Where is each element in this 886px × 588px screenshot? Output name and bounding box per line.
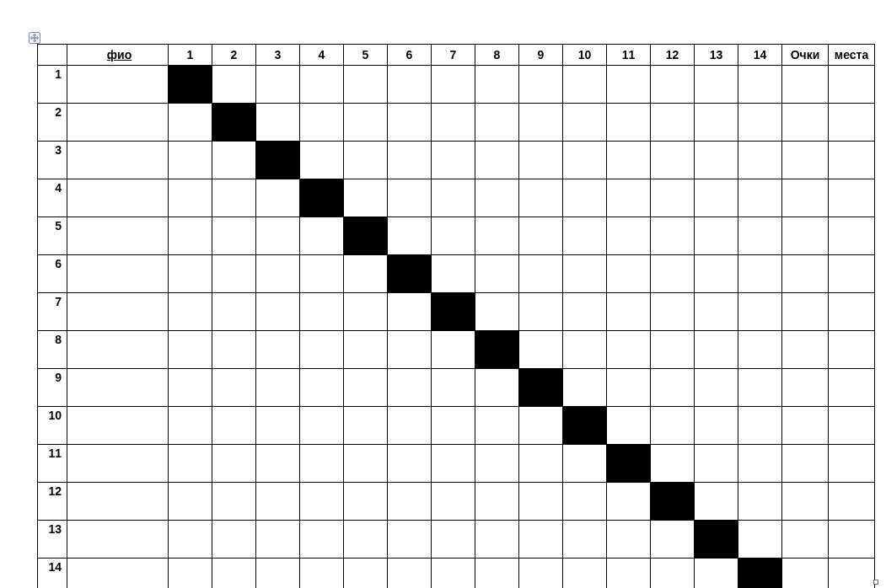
score-cell[interactable] — [344, 142, 388, 179]
score-cell[interactable] — [256, 255, 300, 293]
score-cell[interactable] — [388, 521, 432, 559]
score-cell[interactable] — [563, 142, 607, 179]
score-cell[interactable] — [651, 369, 695, 407]
score-cell[interactable] — [169, 179, 212, 217]
score-cell[interactable] — [695, 179, 738, 217]
score-cell[interactable] — [607, 483, 651, 521]
score-cell[interactable] — [256, 104, 300, 142]
name-cell[interactable] — [67, 369, 169, 407]
score-cell[interactable] — [256, 521, 300, 559]
score-cell[interactable] — [651, 104, 695, 142]
score-cell[interactable] — [651, 445, 695, 483]
name-cell[interactable] — [67, 559, 169, 589]
score-cell[interactable] — [738, 293, 782, 331]
score-cell[interactable] — [738, 521, 782, 559]
score-cell[interactable] — [169, 331, 212, 369]
score-cell[interactable] — [432, 559, 475, 589]
score-cell[interactable] — [651, 331, 695, 369]
score-cell[interactable] — [738, 445, 782, 483]
score-cell[interactable] — [475, 104, 519, 142]
score-cell[interactable] — [563, 217, 607, 255]
score-cell[interactable] — [738, 104, 782, 142]
score-cell[interactable] — [344, 331, 388, 369]
score-cell[interactable] — [388, 142, 432, 179]
score-cell[interactable] — [695, 255, 738, 293]
score-cell[interactable] — [563, 445, 607, 483]
score-cell[interactable] — [695, 217, 738, 255]
score-cell[interactable] — [607, 142, 651, 179]
score-cell[interactable] — [651, 559, 695, 589]
score-cell[interactable] — [388, 331, 432, 369]
score-cell[interactable] — [300, 255, 344, 293]
score-cell[interactable] — [738, 66, 782, 104]
score-cell[interactable] — [169, 407, 212, 445]
name-cell[interactable] — [67, 179, 169, 217]
score-cell[interactable] — [212, 293, 256, 331]
name-cell[interactable] — [67, 407, 169, 445]
table-anchor-icon[interactable] — [29, 32, 40, 44]
score-cell[interactable] — [607, 369, 651, 407]
score-cell[interactable] — [212, 407, 256, 445]
score-cell[interactable] — [475, 407, 519, 445]
score-cell[interactable] — [607, 104, 651, 142]
score-cell[interactable] — [475, 293, 519, 331]
score-cell[interactable] — [432, 521, 475, 559]
place-cell[interactable] — [829, 445, 875, 483]
score-cell[interactable] — [169, 483, 212, 521]
points-cell[interactable] — [782, 445, 829, 483]
score-cell[interactable] — [344, 255, 388, 293]
score-cell[interactable] — [607, 179, 651, 217]
score-cell[interactable] — [169, 521, 212, 559]
place-cell[interactable] — [829, 217, 875, 255]
score-cell[interactable] — [388, 483, 432, 521]
score-cell[interactable] — [388, 559, 432, 589]
score-cell[interactable] — [695, 559, 738, 589]
score-cell[interactable] — [300, 66, 344, 104]
score-cell[interactable] — [738, 179, 782, 217]
score-cell[interactable] — [519, 255, 563, 293]
score-cell[interactable] — [651, 142, 695, 179]
score-cell[interactable] — [344, 293, 388, 331]
score-cell[interactable] — [169, 445, 212, 483]
score-cell[interactable] — [651, 521, 695, 559]
score-cell[interactable] — [169, 293, 212, 331]
score-cell[interactable] — [432, 179, 475, 217]
place-cell[interactable] — [829, 331, 875, 369]
score-cell[interactable] — [212, 369, 256, 407]
score-cell[interactable] — [212, 217, 256, 255]
score-cell[interactable] — [388, 217, 432, 255]
score-cell[interactable] — [475, 521, 519, 559]
score-cell[interactable] — [738, 331, 782, 369]
score-cell[interactable] — [300, 407, 344, 445]
score-cell[interactable] — [344, 521, 388, 559]
score-cell[interactable] — [519, 331, 563, 369]
name-cell[interactable] — [67, 293, 169, 331]
score-cell[interactable] — [475, 217, 519, 255]
score-cell[interactable] — [519, 445, 563, 483]
score-cell[interactable] — [695, 483, 738, 521]
score-cell[interactable] — [169, 369, 212, 407]
score-cell[interactable] — [695, 142, 738, 179]
score-cell[interactable] — [519, 483, 563, 521]
score-cell[interactable] — [344, 66, 388, 104]
score-cell[interactable] — [300, 483, 344, 521]
score-cell[interactable] — [475, 179, 519, 217]
score-cell[interactable] — [432, 142, 475, 179]
score-cell[interactable] — [519, 521, 563, 559]
points-cell[interactable] — [782, 142, 829, 179]
place-cell[interactable] — [829, 407, 875, 445]
score-cell[interactable] — [212, 559, 256, 589]
place-cell[interactable] — [829, 369, 875, 407]
score-cell[interactable] — [212, 445, 256, 483]
score-cell[interactable] — [212, 142, 256, 179]
score-cell[interactable] — [388, 66, 432, 104]
score-cell[interactable] — [256, 369, 300, 407]
score-cell[interactable] — [607, 521, 651, 559]
score-cell[interactable] — [388, 407, 432, 445]
score-cell[interactable] — [256, 331, 300, 369]
score-cell[interactable] — [651, 217, 695, 255]
score-cell[interactable] — [212, 179, 256, 217]
score-cell[interactable] — [432, 217, 475, 255]
score-cell[interactable] — [519, 142, 563, 179]
score-cell[interactable] — [519, 66, 563, 104]
